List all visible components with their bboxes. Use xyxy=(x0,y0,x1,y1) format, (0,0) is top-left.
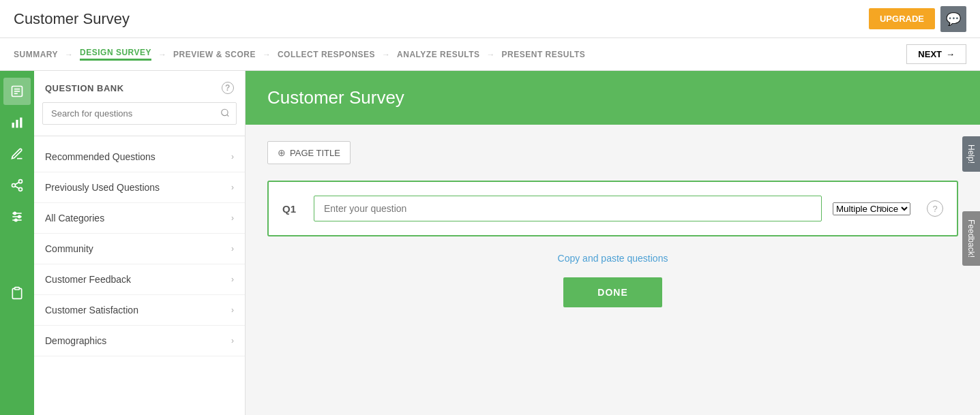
svg-rect-6 xyxy=(20,118,22,128)
qb-item-demographics[interactable]: Demographics › xyxy=(34,326,245,356)
qb-divider xyxy=(34,136,245,136)
qb-item-label-previously-used: Previously Used Questions xyxy=(45,182,160,193)
svg-point-17 xyxy=(15,219,17,221)
nav-step-design[interactable]: DESIGN SURVEY xyxy=(80,48,151,61)
svg-point-15 xyxy=(14,212,16,214)
question-type-wrapper: Multiple Choice Short Answer Rating Scal… xyxy=(833,202,910,215)
next-button[interactable]: NEXT → xyxy=(906,44,966,64)
header-actions: UPGRADE 💬 xyxy=(869,6,966,32)
help-tab-label: Help! xyxy=(966,144,976,164)
svg-point-8 xyxy=(12,184,16,187)
question-bank-panel: QUESTION BANK ? Recommended Questions › … xyxy=(34,71,246,415)
question-bank-help-icon[interactable]: ? xyxy=(222,82,234,94)
svg-line-10 xyxy=(15,186,19,188)
copy-paste-link[interactable]: Copy and paste questions xyxy=(558,253,668,264)
sidebar-icon-clipboard[interactable] xyxy=(3,279,31,307)
qb-item-customer-satisfaction[interactable]: Customer Satisfaction › xyxy=(34,295,245,326)
nav-arrow-2: → xyxy=(158,50,166,59)
svg-line-11 xyxy=(15,182,19,184)
nav-step-collect[interactable]: COLLECT RESPONSES xyxy=(278,50,375,59)
chevron-icon-previously-used: › xyxy=(231,183,234,192)
main-layout: QUESTION BANK ? Recommended Questions › … xyxy=(0,71,980,415)
help-tab[interactable]: Help! xyxy=(962,136,980,172)
qb-item-customer-feedback[interactable]: Customer Feedback › xyxy=(34,264,245,295)
qb-item-label-customer-satisfaction: Customer Satisfaction xyxy=(45,305,138,316)
chevron-icon-community: › xyxy=(231,244,234,253)
svg-rect-18 xyxy=(15,288,20,290)
upgrade-button[interactable]: UPGRADE xyxy=(869,8,935,29)
chat-icon: 💬 xyxy=(946,12,961,27)
done-button[interactable]: DONE xyxy=(563,277,662,307)
svg-point-9 xyxy=(19,187,23,191)
question-help-icon[interactable]: ? xyxy=(927,200,943,217)
chat-button[interactable]: 💬 xyxy=(940,6,966,32)
qb-item-label-community: Community xyxy=(45,243,93,254)
question-bank-header: QUESTION BANK ? xyxy=(34,71,245,102)
nav-steps: SUMMARY → DESIGN SURVEY → PREVIEW & SCOR… xyxy=(14,48,585,61)
question-input-q1[interactable] xyxy=(314,196,822,221)
question-label-q1: Q1 xyxy=(282,203,303,215)
copy-paste-section: Copy and paste questions xyxy=(267,253,958,264)
question-row-1: Q1 Multiple Choice Short Answer Rating S… xyxy=(267,181,958,236)
question-type-select[interactable]: Multiple Choice Short Answer Rating Scal… xyxy=(833,202,910,215)
qb-item-label-all-categories: All Categories xyxy=(45,213,104,224)
nav-arrow-1: → xyxy=(65,50,73,59)
qb-item-label-recommended: Recommended Questions xyxy=(45,151,155,162)
svg-rect-4 xyxy=(12,123,14,128)
svg-point-7 xyxy=(19,180,23,183)
feedback-tab-label: Feedback! xyxy=(966,219,976,258)
qb-item-label-demographics: Demographics xyxy=(45,335,106,346)
survey-banner-title: Customer Survey xyxy=(267,87,404,108)
search-input[interactable] xyxy=(42,102,237,125)
sidebar-icon-edit[interactable] xyxy=(3,78,31,105)
svg-point-16 xyxy=(18,215,20,217)
qb-item-all-categories[interactable]: All Categories › xyxy=(34,203,245,234)
nav-step-present[interactable]: PRESENT RESULTS xyxy=(502,50,586,59)
chevron-icon-all-categories: › xyxy=(231,213,234,223)
qb-item-label-customer-feedback: Customer Feedback xyxy=(45,274,131,285)
nav-bar: SUMMARY → DESIGN SURVEY → PREVIEW & SCOR… xyxy=(0,38,980,71)
nav-step-preview[interactable]: PREVIEW & SCORE xyxy=(173,50,256,59)
question-bank-search xyxy=(42,102,237,125)
qb-item-recommended[interactable]: Recommended Questions › xyxy=(34,142,245,172)
svg-line-20 xyxy=(227,114,229,117)
done-button-wrapper: DONE xyxy=(267,277,958,307)
next-arrow-icon: → xyxy=(946,49,955,59)
feedback-tab[interactable]: Feedback! xyxy=(962,211,980,266)
nav-arrow-5: → xyxy=(487,50,495,59)
icon-sidebar xyxy=(0,71,34,415)
qb-item-previously-used[interactable]: Previously Used Questions › xyxy=(34,172,245,203)
plus-circle-icon: ⊕ xyxy=(278,147,286,158)
nav-step-summary[interactable]: SUMMARY xyxy=(14,50,58,59)
chevron-icon-customer-satisfaction: › xyxy=(231,305,234,315)
sidebar-icon-pen[interactable] xyxy=(3,140,31,168)
nav-arrow-3: → xyxy=(263,50,271,59)
question-bank-title: QUESTION BANK xyxy=(45,83,124,93)
page-title-label: PAGE TITLE xyxy=(290,148,340,158)
svg-point-19 xyxy=(222,109,228,115)
sidebar-icon-adjust[interactable] xyxy=(3,203,31,230)
content-area: Customer Survey ⊕ PAGE TITLE Q1 Multiple… xyxy=(246,71,980,415)
nav-step-analyze[interactable]: ANALYZE RESULTS xyxy=(397,50,480,59)
search-icon xyxy=(220,108,230,119)
nav-arrow-4: → xyxy=(382,50,390,59)
survey-header-banner: Customer Survey xyxy=(246,71,980,125)
survey-content: ⊕ PAGE TITLE Q1 Multiple Choice Short An… xyxy=(246,125,980,324)
top-header: Customer Survey UPGRADE 💬 xyxy=(0,0,980,38)
qb-item-community[interactable]: Community › xyxy=(34,234,245,264)
app-title: Customer Survey xyxy=(14,10,130,28)
sidebar-icon-share[interactable] xyxy=(3,172,31,199)
chevron-icon-customer-feedback: › xyxy=(231,275,234,284)
next-label: NEXT xyxy=(918,49,942,59)
chevron-icon-recommended: › xyxy=(231,152,234,162)
chevron-icon-demographics: › xyxy=(231,336,234,345)
sidebar-icon-chart[interactable] xyxy=(3,109,31,136)
svg-rect-5 xyxy=(16,120,18,128)
page-title-button[interactable]: ⊕ PAGE TITLE xyxy=(267,141,351,164)
